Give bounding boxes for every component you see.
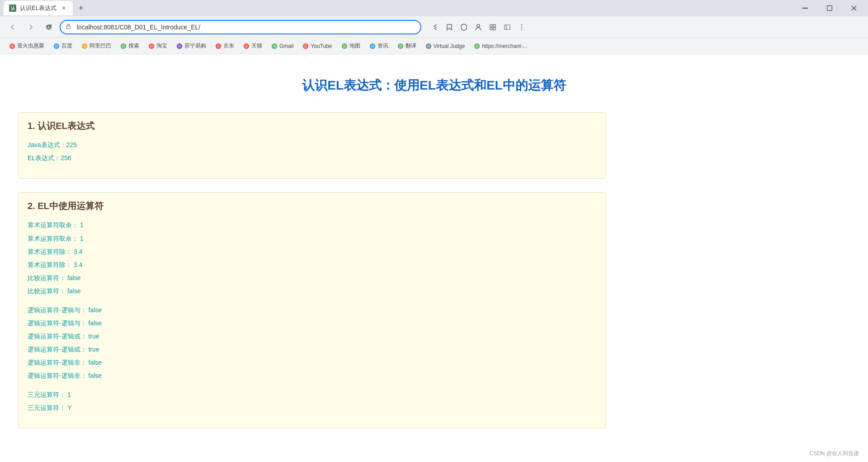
section-2-title: 2. EL中使用运算符: [28, 200, 596, 212]
bookmark-icon: [243, 43, 250, 49]
section-2: 2. EL中使用运算符 算术运算符取余： 1 算术运算符取余： 1 算术运算符除…: [18, 192, 606, 429]
bookmarks-bar: 萤火虫惠聚百度阿里巴巴搜索淘宝苏宁易购京东天猫GmailYouTube地图资讯翻…: [0, 38, 868, 54]
logic-and-line-1: 逻辑运算符-逻辑与： false: [28, 305, 596, 316]
bookmark-button[interactable]: [443, 21, 456, 33]
bookmark-icon: [148, 43, 155, 49]
bookmark-icon: [425, 43, 432, 49]
bookmark-item[interactable]: 百度: [50, 40, 76, 52]
footer-note: CSDN @在人间负债: [809, 450, 859, 457]
bookmark-label: 百度: [61, 42, 72, 50]
tab-favicon: 认: [9, 5, 16, 12]
ternary-group: 三元运算符： 1 三元运算符： Y: [28, 389, 596, 414]
address-actions: [429, 21, 528, 33]
bookmark-item[interactable]: Virtual Judge: [422, 41, 469, 51]
profile-button[interactable]: [472, 21, 485, 33]
maximize-button[interactable]: [819, 1, 840, 15]
section-1: 1. 认识EL表达式 Java表达式：225 EL表达式：256: [18, 112, 606, 179]
bookmark-item[interactable]: Gmail: [268, 41, 297, 51]
page-content: 认识EL表达式：使用EL表达式和EL中的运算符 1. 认识EL表达式 Java表…: [0, 54, 868, 451]
svg-rect-11: [493, 28, 495, 30]
bookmark-item[interactable]: 搜索: [117, 40, 143, 52]
svg-rect-9: [493, 24, 495, 27]
svg-marker-6: [447, 24, 452, 30]
bookmark-item[interactable]: 苏宁易购: [173, 40, 210, 52]
bookmark-icon: [53, 43, 60, 49]
logic-and-line-2: 逻辑运算符-逻辑与： false: [28, 318, 596, 329]
bookmark-label: 阿里巴巴: [90, 42, 111, 50]
tab-area: 认 认识EL表达式 ✕ +: [4, 1, 399, 15]
minimize-button[interactable]: [795, 1, 816, 15]
share-button[interactable]: [429, 21, 441, 33]
bookmark-item[interactable]: 萤火虫惠聚: [5, 40, 48, 52]
svg-point-16: [521, 29, 522, 29]
bookmark-icon: [474, 43, 480, 49]
extensions-button[interactable]: [486, 21, 499, 33]
bookmark-item[interactable]: 淘宝: [145, 40, 171, 52]
svg-rect-4: [66, 26, 70, 29]
bookmark-item[interactable]: 京东: [212, 40, 238, 52]
el-expression-label: EL表达式：: [28, 154, 61, 162]
bookmark-label: 萤火虫惠聚: [17, 42, 44, 50]
java-expression-line: Java表达式：225: [28, 139, 596, 151]
bookmark-icon: [176, 43, 183, 49]
bookmark-label: YouTube: [311, 43, 332, 49]
bookmark-icon: [81, 43, 88, 49]
compare-line-1: 比较运算符： false: [28, 272, 596, 284]
logic-not-line-2: 逻辑运算符-逻辑非： false: [28, 370, 596, 381]
bookmark-label: Gmail: [279, 43, 293, 49]
ternary-line-1: 三元运算符： 1: [28, 389, 596, 400]
svg-point-46: [475, 44, 479, 48]
menu-button[interactable]: [515, 21, 528, 33]
svg-point-24: [122, 44, 125, 48]
bookmark-label: 翻译: [406, 42, 416, 50]
bookmark-item[interactable]: 天猫: [240, 40, 266, 52]
bookmark-icon: [215, 43, 222, 49]
bookmark-label: 天猫: [251, 42, 262, 50]
logic-or-line-2: 逻辑运算符-逻辑或： true: [28, 344, 596, 355]
bookmark-item[interactable]: YouTube: [299, 41, 335, 51]
logic-not-line-1: 逻辑运算符-逻辑非： false: [28, 357, 596, 368]
bookmark-label: 淘宝: [156, 42, 167, 50]
bookmark-item[interactable]: 阿里巴巴: [78, 40, 115, 52]
svg-point-7: [477, 24, 480, 27]
svg-point-40: [371, 44, 374, 48]
address-input[interactable]: [60, 20, 421, 34]
java-expression-label: Java表达式：: [28, 141, 66, 148]
svg-point-32: [245, 44, 248, 48]
div-line-2: 算术运算符除： 3.4: [28, 259, 596, 271]
bookmark-item[interactable]: https://merchant-...: [470, 41, 531, 51]
bookmark-icon: [302, 43, 309, 49]
compare-line-2: 比较运算符： false: [28, 286, 596, 297]
bookmark-item[interactable]: 翻译: [394, 40, 420, 52]
refresh-button[interactable]: [42, 20, 56, 34]
bookmark-item[interactable]: 资讯: [366, 40, 392, 52]
el-expression-value: 256: [61, 154, 71, 162]
back-button[interactable]: [5, 20, 20, 34]
new-tab-button[interactable]: +: [75, 2, 87, 14]
section-1-title: 1. 认识EL表达式: [28, 120, 596, 132]
close-window-button[interactable]: [844, 1, 864, 15]
bookmark-icon: [369, 43, 376, 49]
sidebar-button[interactable]: [501, 21, 514, 33]
svg-point-42: [399, 44, 402, 48]
bookmark-item[interactable]: 地图: [338, 40, 364, 52]
svg-point-44: [427, 44, 430, 48]
java-expression-value: 225: [66, 141, 77, 148]
shield-button[interactable]: [458, 21, 470, 33]
bookmark-label: 资讯: [377, 42, 388, 50]
svg-rect-8: [490, 24, 492, 27]
ternary-line-2: 三元运算符： Y: [28, 402, 596, 414]
section-1-content: Java表达式：225 EL表达式：256: [28, 139, 596, 164]
svg-line-5: [434, 28, 437, 30]
svg-point-18: [10, 44, 14, 48]
tab-close-button[interactable]: ✕: [60, 5, 67, 12]
bookmark-icon: [271, 43, 278, 49]
window-controls: [795, 1, 864, 15]
active-tab[interactable]: 认 认识EL表达式 ✕: [4, 1, 73, 15]
bookmark-icon: [120, 43, 127, 49]
logic-or-line-1: 逻辑运算符-逻辑或： true: [28, 331, 596, 342]
title-bar: 认 认识EL表达式 ✕ +: [0, 0, 868, 16]
svg-point-36: [304, 44, 307, 48]
svg-point-30: [217, 44, 220, 48]
forward-button[interactable]: [24, 20, 38, 34]
